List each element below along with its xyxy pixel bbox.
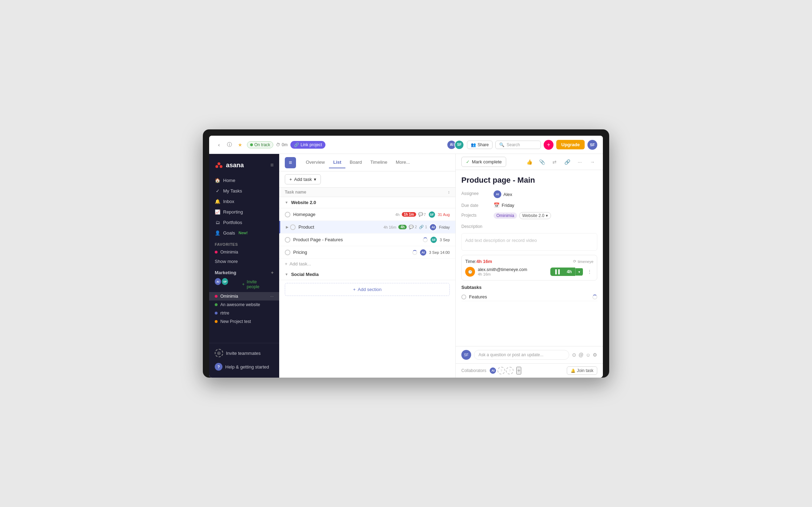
task-check-homepage[interactable] bbox=[285, 212, 290, 217]
tab-board[interactable]: Board bbox=[345, 157, 366, 168]
timer-time-display: 4h bbox=[563, 268, 575, 276]
attachment-icon[interactable]: 📎 bbox=[537, 157, 547, 167]
task-name-features: Product Page - Features bbox=[293, 237, 423, 242]
task-check-pricing[interactable] bbox=[285, 250, 290, 255]
sidebar-project-rtrtre[interactable]: rtrtre bbox=[209, 309, 279, 317]
task-row-pricing[interactable]: Pricing AI 3 Sep 14:00 bbox=[279, 246, 455, 259]
time-section-label: Time: bbox=[465, 259, 476, 264]
star-btn[interactable]: ★ bbox=[236, 141, 244, 149]
thumbs-up-icon[interactable]: 👍 bbox=[524, 157, 534, 167]
assignee-value: AI Alex bbox=[494, 190, 512, 198]
mktg-avatar-ai: AI bbox=[215, 278, 221, 285]
upgrade-btn[interactable]: Upgrade bbox=[556, 140, 585, 149]
section-social-media[interactable]: ▼ Social Media bbox=[279, 269, 455, 280]
timer-more-btn[interactable]: ⋮ bbox=[586, 268, 593, 276]
time-entry-info: alex.smith@timeneye.com 4h 16m bbox=[478, 267, 548, 276]
add-task-inline-label: Add task... bbox=[290, 261, 311, 266]
more-actions-icon[interactable]: ··· bbox=[575, 157, 585, 167]
task-row-product-features[interactable]: Product Page - Features SF 3 Sep bbox=[279, 234, 455, 246]
list-header: ≡ Overview List Board Timeline More... bbox=[279, 154, 455, 171]
task-row-product[interactable]: ▶ Product 4h 16m 4h 💬 2 🔗 1 AI Friday bbox=[279, 221, 455, 234]
task-timer-product: 4h bbox=[398, 225, 407, 229]
task-list-sort-icon[interactable]: ↕ bbox=[448, 190, 450, 195]
sidebar-project-newproject[interactable]: New Project test bbox=[209, 317, 279, 326]
user-avatar[interactable]: SF bbox=[587, 140, 597, 150]
search-box[interactable]: 🔍 Search bbox=[495, 141, 541, 149]
description-area[interactable]: Add text description or record video bbox=[461, 233, 597, 251]
help-item[interactable]: ? Help & getting started bbox=[209, 360, 279, 373]
proj-awesome-label: An awesome website bbox=[220, 302, 260, 307]
project-tag-ominimia[interactable]: Ominimia bbox=[494, 212, 517, 219]
sidebar-project-ominimia[interactable]: Ominimia ··· bbox=[209, 292, 279, 300]
add-section-plus-icon: + bbox=[353, 287, 356, 292]
tab-more[interactable]: More... bbox=[392, 157, 414, 168]
link-project-btn[interactable]: 🔗 Link project bbox=[290, 141, 325, 149]
expand-panel-icon[interactable]: → bbox=[587, 157, 597, 167]
nav-back-btn[interactable]: ‹ bbox=[215, 141, 223, 149]
task-name-product: Product bbox=[298, 224, 384, 230]
invite-people-btn[interactable]: + Invite people bbox=[229, 278, 274, 291]
add-task-btn[interactable]: + Add task ▾ bbox=[285, 174, 321, 184]
add-section-btn[interactable]: + Add section bbox=[285, 283, 450, 296]
timer-dropdown-btn[interactable]: ▾ bbox=[575, 268, 583, 276]
task-check-product[interactable] bbox=[290, 224, 296, 230]
sidebar-home-label: Home bbox=[223, 178, 235, 183]
favorites-label: Favorites bbox=[209, 238, 279, 248]
task-name-col-label: Task name bbox=[285, 190, 306, 195]
copy-icon[interactable]: ⇄ bbox=[550, 157, 559, 167]
mention-icon[interactable]: @ bbox=[578, 352, 583, 358]
sidebar-item-portfolios[interactable]: 🗂 Portfolios bbox=[209, 217, 279, 228]
task-list-scroll[interactable]: ▼ Website 2.0 Homepage 4h 1h 1m 💬 bbox=[279, 197, 455, 378]
tab-list[interactable]: List bbox=[329, 157, 345, 168]
mark-complete-btn[interactable]: ✓ Mark complete bbox=[461, 157, 506, 167]
show-more-btn[interactable]: Show more bbox=[209, 256, 279, 266]
add-task-inline-btn[interactable]: + Add task... bbox=[279, 259, 455, 269]
sidebar-item-goals[interactable]: 👤 Goals New! bbox=[209, 228, 279, 238]
task-meta-pricing: AI 3 Sep 14:00 bbox=[412, 249, 450, 256]
marketing-plus-btn[interactable]: + bbox=[271, 270, 274, 275]
tab-overview[interactable]: Overview bbox=[302, 157, 329, 168]
info-btn[interactable]: ⓘ bbox=[225, 141, 234, 149]
sidebar-item-reporting[interactable]: 📈 Reporting bbox=[209, 207, 279, 217]
task-row-homepage[interactable]: Homepage 4h 1h 1m 💬 7 SF 31 Aug bbox=[279, 208, 455, 221]
subtask-features[interactable]: Features bbox=[461, 293, 597, 301]
add-task-label: Add task bbox=[294, 177, 312, 182]
section-chevron-icon: ▼ bbox=[285, 201, 288, 204]
task-meta-homepage: 4h 1h 1m 💬 7 SF 31 Aug bbox=[395, 211, 450, 218]
share-btn[interactable]: 👥 Share bbox=[467, 141, 493, 149]
timer-play-btn[interactable]: ▐▐ bbox=[550, 268, 563, 276]
emoji-icon[interactable]: ☺ bbox=[586, 352, 591, 358]
proj-more-icon[interactable]: ··· bbox=[270, 294, 274, 299]
add-btn[interactable]: + bbox=[544, 140, 553, 150]
subtask-check-features[interactable] bbox=[461, 295, 466, 299]
menu-collapse-btn[interactable]: ≡ bbox=[270, 162, 274, 168]
add-collaborator-btn[interactable]: + bbox=[516, 367, 521, 374]
join-task-btn[interactable]: 🔔 Join task bbox=[567, 366, 597, 375]
sidebar-fav-ominimia[interactable]: Ominimia bbox=[209, 248, 279, 256]
sidebar-item-mytasks[interactable]: ✓ My Tasks bbox=[209, 185, 279, 196]
home-icon: 🏠 bbox=[215, 177, 220, 183]
more-comment-icon[interactable]: ⚙ bbox=[593, 352, 597, 358]
time-entry-avatar: 🕐 bbox=[465, 267, 475, 277]
top-bar: ‹ ⓘ ★ On track ⏱ 0m 🔗 Link project AI SF bbox=[209, 136, 603, 154]
task-check-features[interactable] bbox=[285, 237, 290, 243]
sidebar-project-awesome[interactable]: An awesome website bbox=[209, 300, 279, 309]
due-date-value[interactable]: 📅 Friday bbox=[494, 202, 514, 208]
sidebar-item-inbox[interactable]: 🔔 Inbox bbox=[209, 196, 279, 207]
task-comments-homepage: 💬 7 bbox=[418, 212, 426, 217]
marketing-header: Marketing + bbox=[209, 266, 279, 277]
task-assignee-pricing: AI bbox=[419, 249, 427, 256]
invite-teammates-item[interactable]: ⊕ Invite teammates bbox=[209, 346, 279, 360]
status-label: On track bbox=[254, 142, 270, 147]
tab-timeline[interactable]: Timeline bbox=[366, 157, 392, 168]
sidebar-item-home[interactable]: 🏠 Home bbox=[209, 175, 279, 185]
join-task-label: Join task bbox=[577, 368, 593, 373]
record-icon[interactable]: ⊙ bbox=[572, 352, 576, 358]
section-website20[interactable]: ▼ Website 2.0 bbox=[279, 197, 455, 208]
sidebar-logo: asana ≡ bbox=[209, 158, 279, 175]
link-icon[interactable]: 🔗 bbox=[562, 157, 572, 167]
goals-icon: 👤 bbox=[215, 230, 220, 236]
comment-input[interactable]: Ask a question or post an update... bbox=[474, 350, 569, 360]
project-tag-website20[interactable]: Website 2.0 ▾ bbox=[519, 212, 551, 219]
expand-icon[interactable]: ▶ bbox=[286, 225, 289, 229]
